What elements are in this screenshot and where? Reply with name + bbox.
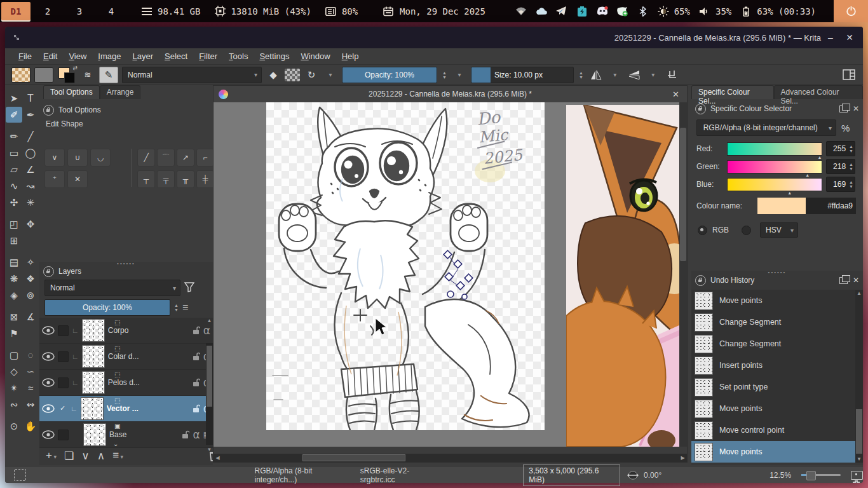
undo-item[interactable]: Set point type [691, 376, 863, 398]
scroll-left-arrow[interactable]: ◀ [214, 455, 222, 461]
mirror-vertical-arrow[interactable]: ▾ [646, 67, 661, 83]
layer-name[interactable]: Vector ... [107, 404, 154, 413]
green-channel-slider[interactable]: ▲ [727, 160, 822, 173]
layer-select-checkbox[interactable] [58, 377, 69, 388]
layer-thumbnail[interactable] [83, 423, 106, 446]
polygonal-selection-tool[interactable]: ◇ [6, 363, 22, 379]
blue-value-spinbox[interactable]: 169▲▼ [826, 177, 855, 192]
layer-lock-icon[interactable] [181, 430, 189, 439]
telegram-icon[interactable] [556, 6, 567, 17]
docker-lock-icon[interactable] [43, 266, 54, 277]
layer-list-scrollbar[interactable]: ▼ ▲ [206, 343, 213, 445]
wifi-icon[interactable] [515, 6, 527, 17]
docker-lock-icon[interactable] [695, 104, 706, 114]
layer-row-vector-selected[interactable]: ✓ ∟ ⬚ Vector ... α [39, 396, 213, 422]
layer-thumbnail[interactable] [82, 371, 105, 394]
image-dimensions[interactable]: 3,503 x 5,000 (295.6 MiB) [523, 464, 620, 486]
undo-item[interactable]: Move control point [691, 419, 863, 441]
minimize-button[interactable]: – [821, 27, 840, 48]
red-channel-slider[interactable]: ▲ [727, 142, 822, 156]
segment-to-curve-button[interactable]: ⌒ [157, 149, 175, 166]
layer-lock-icon[interactable] [192, 404, 200, 413]
brush-presets-button[interactable]: ≋ [80, 67, 95, 83]
remove-point-button[interactable]: ✕ [67, 170, 88, 188]
preserve-alpha-toggle[interactable] [285, 69, 300, 81]
edit-shapes-tool[interactable]: ✐ [6, 107, 22, 123]
layer-select-checkbox[interactable] [58, 325, 69, 336]
smooth-point-button[interactable]: ∪ [67, 149, 88, 166]
undo-history-scrollbar[interactable]: ▲ ▼ [855, 290, 863, 463]
layer-filter-button[interactable] [184, 282, 194, 294]
menu-select[interactable]: Select [159, 50, 193, 63]
freehand-path-tool[interactable]: ↝ [22, 178, 39, 194]
background-color[interactable] [64, 72, 75, 83]
visibility-eye-icon[interactable] [42, 430, 55, 439]
corner-point-button[interactable]: ∨ [44, 149, 65, 166]
layer-opacity-spinner[interactable]: ▲▼ [173, 303, 180, 312]
fit-to-screen-icon[interactable] [851, 471, 863, 480]
scroll-up-arrow[interactable]: ▲ [206, 318, 213, 323]
mirror-horizontal-arrow[interactable]: ▾ [607, 67, 623, 83]
float-docker-icon[interactable] [839, 277, 848, 284]
crop-tool[interactable]: ⊞ [6, 233, 22, 248]
opacity-slider[interactable]: Opacity: 100% [342, 67, 437, 83]
break-segment-button[interactable]: ╤ [157, 170, 175, 188]
menu-tools[interactable]: Tools [223, 50, 254, 63]
dynamic-brush-tool[interactable]: ✣ [6, 194, 22, 210]
menu-edit[interactable]: Edit [37, 50, 63, 63]
battery-app-icon[interactable] [576, 6, 588, 17]
visibility-eye-icon[interactable] [42, 378, 55, 387]
rgb-radio[interactable] [698, 226, 707, 235]
layer-name[interactable]: Pelos d... [108, 378, 155, 387]
docker-lock-icon[interactable] [695, 275, 706, 286]
move-layer-down-button[interactable]: ∨ [81, 449, 89, 463]
reference-images-tool[interactable]: ⚑ [6, 325, 22, 341]
zoom-slider-thumb[interactable] [806, 471, 816, 480]
window-titlebar[interactable]: 20251229 - Cannella de Meias.kra (295.6 … [5, 27, 863, 48]
layer-blend-mode-dropdown[interactable]: Normal ▾ [44, 280, 180, 296]
magnetic-selection-tool[interactable]: ↭ [22, 396, 39, 412]
scrollbar-thumb[interactable] [856, 409, 862, 454]
swap-colors-icon[interactable]: ⇄ [72, 65, 78, 71]
undo-item[interactable]: Change Segment [691, 333, 863, 355]
coloured-artwork[interactable] [566, 105, 681, 447]
brush-editor-button[interactable]: ✎ [99, 67, 118, 83]
freehand-selection-tool[interactable]: ∽ [22, 363, 39, 379]
duplicate-layer-button[interactable]: ❏ [64, 449, 74, 463]
workspace-3[interactable]: 3 [65, 2, 94, 20]
gradient-swatch[interactable] [11, 67, 31, 83]
add-layer-button[interactable]: + ▾ [46, 449, 57, 462]
alpha-lock-icon[interactable]: α [203, 324, 210, 337]
zoom-tool[interactable]: ⊙ [6, 418, 22, 434]
layer-select-checkbox[interactable] [58, 351, 69, 362]
layer-row-colar[interactable]: ∟ ⬚ Colar d... α [39, 344, 213, 370]
pattern-swatch[interactable] [34, 67, 53, 83]
discord-icon[interactable] [597, 6, 608, 17]
canvas-horizontal-scrollbar[interactable]: ◀ ▶ [214, 454, 687, 462]
layer-lock-icon[interactable] [192, 352, 200, 361]
layer-select-checkbox[interactable] [58, 430, 69, 440]
menu-file[interactable]: File [13, 50, 37, 63]
measure-tool[interactable]: ∡ [22, 309, 39, 325]
layer-properties-button[interactable]: ≡ ▾ [112, 449, 123, 462]
mirror-vertical-button[interactable] [627, 67, 642, 83]
close-button[interactable]: ✕ [840, 27, 859, 48]
gradient-tool[interactable]: ▤ [6, 254, 22, 270]
menu-window[interactable]: Window [295, 50, 336, 63]
text-tool[interactable]: T [22, 90, 39, 106]
colour-hex-value[interactable]: #ffdaa9 [806, 198, 856, 214]
alpha-lock-icon[interactable]: α [193, 428, 200, 441]
smart-patch-tool[interactable]: ❋ [6, 271, 22, 287]
line-tool[interactable]: ╱ [22, 128, 39, 144]
opacity-spinner[interactable]: ▲▼ [441, 71, 448, 79]
layer-thumbnail[interactable] [82, 345, 105, 368]
mirror-horizontal-button[interactable] [588, 67, 604, 83]
convert-to-path-button[interactable]: ↗ [177, 149, 194, 166]
percent-toggle-button[interactable]: % [841, 123, 850, 133]
move-tool[interactable]: ✥ [22, 216, 39, 232]
scrollbar-thumb[interactable] [207, 346, 212, 407]
menu-help[interactable]: Help [336, 50, 365, 63]
contiguous-selection-tool[interactable]: ✴ [6, 380, 22, 396]
visibility-eye-icon[interactable] [42, 326, 55, 335]
tab-arrange[interactable]: Arrange [100, 85, 141, 99]
